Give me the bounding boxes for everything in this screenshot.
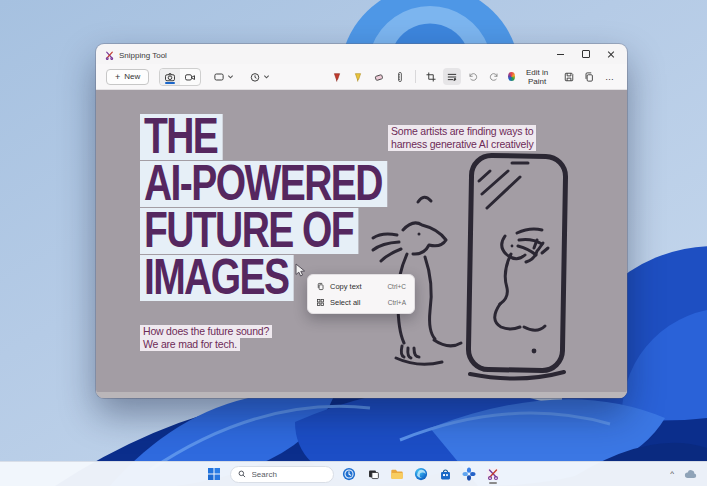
save-icon bbox=[563, 71, 575, 83]
plus-icon: + bbox=[115, 73, 120, 81]
menu-item-label: Copy text bbox=[330, 282, 362, 291]
maximize-button[interactable] bbox=[573, 47, 598, 61]
titlebar[interactable]: Snipping Tool bbox=[96, 44, 627, 64]
caption-line: We are mad for tech. bbox=[140, 338, 240, 351]
crop-icon bbox=[425, 71, 437, 83]
close-button[interactable] bbox=[598, 47, 623, 61]
chevron-down-icon bbox=[227, 73, 234, 80]
taskbar-search[interactable] bbox=[230, 466, 334, 483]
save-button[interactable] bbox=[562, 68, 577, 85]
snipping-tool-window: Snipping Tool + New bbox=[96, 44, 627, 398]
onedrive-button[interactable] bbox=[683, 464, 698, 484]
menu-item-shortcut: Ctrl+C bbox=[387, 283, 406, 290]
minimize-button[interactable] bbox=[548, 47, 573, 61]
edit-in-paint-label: Edit in Paint bbox=[519, 68, 554, 86]
snip-shape-dropdown[interactable] bbox=[210, 69, 237, 85]
snip-caption-bottom: How does the future sound? We are mad fo… bbox=[140, 325, 272, 351]
redo-button[interactable] bbox=[485, 68, 503, 85]
copy-icon bbox=[583, 71, 595, 83]
active-app-indicator bbox=[489, 482, 497, 484]
timer-icon bbox=[249, 71, 261, 83]
capture-mode-segment bbox=[159, 68, 201, 86]
caption-line: Some artists are finding ways to bbox=[388, 125, 536, 138]
headline-line: AI-POWERED bbox=[140, 161, 387, 207]
toolbar-right-group: Edit in Paint … bbox=[506, 68, 617, 86]
headline-line: THE bbox=[140, 114, 223, 160]
onedrive-cloud-icon bbox=[684, 469, 697, 479]
headline-line: FUTURE OF bbox=[140, 208, 358, 254]
mirror-illustration bbox=[366, 150, 580, 386]
annotation-tools bbox=[328, 68, 503, 85]
copy-button[interactable] bbox=[582, 68, 597, 85]
copy-text-icon bbox=[316, 282, 325, 291]
context-menu-select-all[interactable]: Select all Ctrl+A bbox=[310, 294, 412, 310]
edge-browser-button[interactable] bbox=[413, 464, 430, 484]
video-camera-icon bbox=[184, 71, 196, 83]
toolbar-divider bbox=[415, 70, 416, 83]
eraser-icon bbox=[373, 71, 385, 83]
store-icon bbox=[439, 468, 452, 481]
context-menu: Copy text Ctrl+C Select all Ctrl+A bbox=[307, 274, 415, 314]
file-explorer-button[interactable] bbox=[389, 464, 406, 484]
file-explorer-icon bbox=[390, 467, 404, 481]
start-button[interactable] bbox=[206, 464, 223, 484]
crop-button[interactable] bbox=[422, 68, 440, 85]
search-icon bbox=[238, 470, 246, 478]
ruler-icon bbox=[394, 71, 406, 83]
clock-app-icon-button[interactable] bbox=[341, 464, 358, 484]
taskbar: ^ bbox=[0, 461, 707, 486]
maximize-icon bbox=[582, 50, 590, 58]
task-view-button[interactable] bbox=[365, 464, 382, 484]
show-hidden-icons-button[interactable]: ^ bbox=[670, 470, 674, 478]
edit-in-paint-button[interactable]: Edit in Paint bbox=[506, 68, 557, 86]
menu-item-label: Select all bbox=[330, 298, 360, 307]
redo-icon bbox=[488, 71, 500, 83]
new-snip-button[interactable]: + New bbox=[106, 69, 149, 85]
headline-line: IMAGES bbox=[140, 255, 294, 301]
snip-caption-top: Some artists are finding ways to harness… bbox=[388, 125, 536, 151]
eraser-button[interactable] bbox=[370, 68, 388, 85]
text-actions-button[interactable] bbox=[443, 68, 461, 85]
more-options-button[interactable]: … bbox=[602, 72, 617, 82]
edge-icon bbox=[414, 467, 428, 481]
windows-logo-icon bbox=[208, 468, 220, 480]
red-pen-icon bbox=[331, 71, 343, 83]
screenshot-mode-button[interactable] bbox=[160, 69, 179, 85]
new-snip-label: New bbox=[124, 72, 140, 81]
minimize-icon bbox=[557, 54, 564, 55]
snipping-tool-icon bbox=[486, 467, 500, 481]
text-actions-icon bbox=[446, 71, 458, 83]
ruler-button[interactable] bbox=[391, 68, 409, 85]
window-title: Snipping Tool bbox=[119, 51, 167, 60]
search-input[interactable] bbox=[250, 469, 326, 480]
window-controls bbox=[548, 47, 623, 64]
chevron-down-icon bbox=[263, 73, 270, 80]
close-icon bbox=[607, 50, 615, 58]
select-all-icon bbox=[316, 298, 325, 307]
camera-icon bbox=[164, 71, 176, 83]
microsoft-store-button[interactable] bbox=[437, 464, 454, 484]
undo-icon bbox=[467, 71, 479, 83]
snip-canvas[interactable]: THE AI-POWERED FUTURE OF IMAGES Some art… bbox=[96, 90, 627, 398]
context-menu-copy-text[interactable]: Copy text Ctrl+C bbox=[310, 278, 412, 294]
snipping-tool-taskbar-button[interactable] bbox=[485, 464, 502, 484]
ballpoint-pen-button[interactable] bbox=[328, 68, 346, 85]
photos-icon bbox=[462, 467, 476, 481]
snip-page-edge bbox=[96, 392, 627, 398]
highlighter-button[interactable] bbox=[349, 68, 367, 85]
yellow-highlighter-icon bbox=[352, 71, 364, 83]
mouse-cursor bbox=[295, 263, 306, 277]
menu-item-shortcut: Ctrl+A bbox=[388, 299, 406, 306]
undo-button[interactable] bbox=[464, 68, 482, 85]
rectangle-mode-icon bbox=[213, 71, 225, 83]
system-tray: ^ bbox=[670, 462, 698, 486]
snipping-tool-app-icon bbox=[105, 51, 114, 60]
video-mode-button[interactable] bbox=[181, 69, 200, 85]
photos-app-button[interactable] bbox=[461, 464, 478, 484]
toolbar: + New bbox=[96, 64, 627, 90]
caption-line: How does the future sound? bbox=[140, 325, 272, 338]
paint-app-icon bbox=[508, 72, 515, 81]
task-view-icon bbox=[367, 468, 380, 481]
delay-timer-dropdown[interactable] bbox=[246, 69, 273, 85]
clock-app-icon bbox=[342, 467, 356, 481]
